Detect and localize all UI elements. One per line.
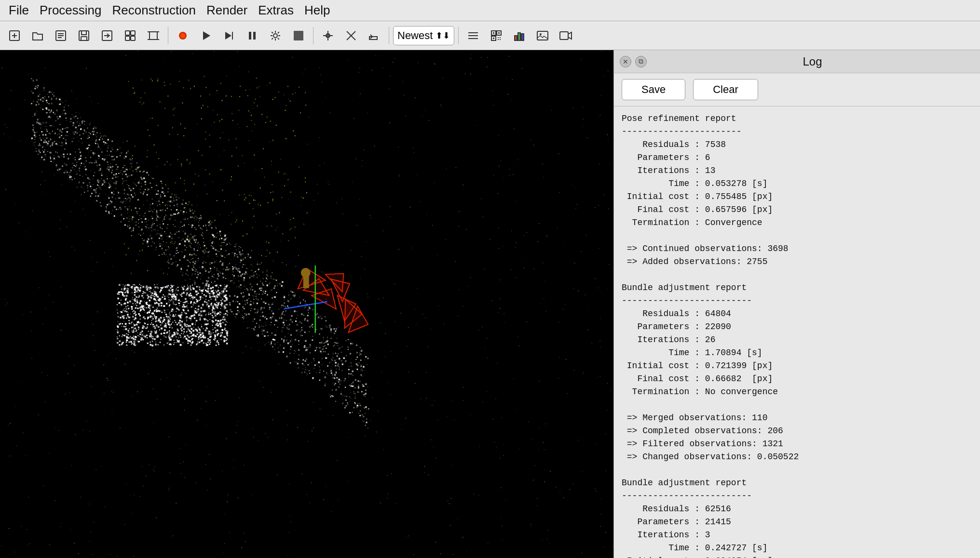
svg-rect-13: [131, 36, 135, 40]
pause-button[interactable]: [242, 25, 263, 46]
menu-render[interactable]: Render: [202, 1, 252, 20]
svg-rect-43: [493, 38, 494, 39]
toolbar: Newest ⬆⬇: [0, 21, 980, 50]
list-view-button[interactable]: [463, 25, 484, 46]
svg-rect-49: [518, 33, 520, 40]
svg-point-28: [326, 34, 330, 38]
sep-3: [389, 27, 389, 44]
main-area: ✕ ⧉ Log Save Clear Pose refinement repor…: [0, 50, 980, 558]
svg-point-20: [180, 33, 185, 38]
open-button[interactable]: [27, 25, 48, 46]
menu-processing[interactable]: Processing: [35, 1, 107, 20]
svg-rect-45: [500, 37, 501, 38]
menu-help[interactable]: Help: [299, 1, 335, 20]
log-buttons: Save Clear: [614, 73, 980, 106]
svg-rect-48: [515, 36, 517, 40]
log-clear-button[interactable]: Clear: [693, 79, 758, 100]
close-button[interactable]: ✕: [620, 56, 631, 67]
menubar: File Processing Reconstruction Render Ex…: [0, 0, 980, 21]
sep-2: [313, 27, 313, 44]
svg-marker-22: [225, 32, 231, 40]
svg-rect-42: [498, 32, 500, 34]
skip-end-button[interactable]: [218, 25, 240, 46]
log-titlebar: ✕ ⧉ Log: [614, 50, 980, 73]
log-title: Log: [651, 55, 974, 68]
svg-point-52: [540, 33, 542, 35]
detach-button[interactable]: ⧉: [635, 56, 647, 67]
svg-rect-44: [498, 37, 499, 38]
svg-rect-8: [81, 37, 87, 40]
record-button[interactable]: [172, 25, 193, 46]
svg-rect-41: [493, 32, 494, 34]
import-button[interactable]: [96, 25, 118, 46]
image-button[interactable]: [532, 25, 553, 46]
svg-rect-53: [560, 32, 568, 40]
svg-rect-46: [498, 39, 499, 40]
edit-button[interactable]: [50, 25, 71, 46]
viewport[interactable]: [0, 50, 613, 558]
chart-button[interactable]: [509, 25, 530, 46]
frame-button[interactable]: [143, 25, 164, 46]
log-panel: ✕ ⧉ Log Save Clear Pose refinement repor…: [613, 50, 980, 558]
svg-rect-27: [294, 31, 303, 40]
svg-rect-11: [131, 31, 135, 35]
new-button[interactable]: [4, 25, 25, 46]
build-button[interactable]: [288, 25, 309, 46]
settings-button[interactable]: [265, 25, 286, 46]
menu-file[interactable]: File: [4, 1, 34, 20]
sep-4: [458, 27, 459, 44]
svg-rect-50: [521, 34, 524, 40]
export-button[interactable]: [364, 25, 385, 46]
svg-rect-25: [253, 32, 256, 40]
menu-extras[interactable]: Extras: [253, 1, 299, 20]
log-save-button[interactable]: Save: [622, 79, 685, 100]
newest-label: Newest: [397, 29, 433, 42]
sep-1: [168, 27, 168, 44]
svg-point-26: [273, 34, 277, 38]
svg-rect-12: [125, 36, 130, 40]
log-content[interactable]: Pose refinement report -----------------…: [614, 106, 980, 558]
detach-icon: ⧉: [639, 57, 643, 66]
newest-arrow-icon: ⬆⬇: [436, 30, 450, 41]
newest-dropdown[interactable]: Newest ⬆⬇: [393, 26, 454, 45]
video-button[interactable]: [555, 25, 576, 46]
delete-button[interactable]: [340, 25, 362, 46]
svg-rect-10: [125, 31, 130, 35]
svg-rect-51: [537, 31, 548, 40]
save-button[interactable]: [73, 25, 95, 46]
play-button[interactable]: [195, 25, 217, 46]
point-cloud-canvas: [0, 50, 613, 558]
close-icon: ✕: [623, 58, 628, 66]
svg-rect-24: [249, 32, 251, 40]
svg-rect-14: [150, 32, 157, 40]
add-point-button[interactable]: [317, 25, 339, 46]
svg-marker-21: [203, 31, 210, 40]
svg-rect-47: [500, 39, 501, 40]
menu-reconstruction[interactable]: Reconstruction: [108, 1, 201, 20]
qr-button[interactable]: [486, 25, 507, 46]
grid-button[interactable]: [120, 25, 141, 46]
